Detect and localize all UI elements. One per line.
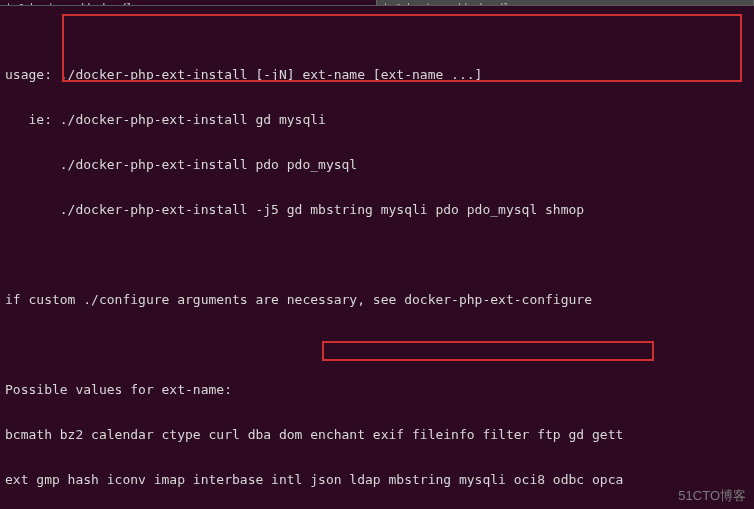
terminal-line	[5, 247, 749, 262]
terminal-output[interactable]: usage: ./docker-php-ext-install [-jN] ex…	[0, 6, 754, 509]
terminal-line: ./docker-php-ext-install pdo pdo_mysql	[5, 157, 749, 172]
terminal-line: usage: ./docker-php-ext-install [-jN] ex…	[5, 67, 749, 82]
terminal-line: bcmath bz2 calendar ctype curl dba dom e…	[5, 427, 749, 442]
terminal-line: if custom ./configure arguments are nece…	[5, 292, 749, 307]
terminal-line: ie: ./docker-php-ext-install gd mysqli	[5, 112, 749, 127]
terminal-line	[5, 337, 749, 352]
terminal-line: ./docker-php-ext-install -j5 gd mbstring…	[5, 202, 749, 217]
watermark: 51CTO博客	[678, 488, 746, 503]
terminal-tab-1[interactable]: ty@ubuntu: ~/docker/lnmp_compose	[0, 0, 377, 5]
terminal-line: Possible values for ext-name:	[5, 382, 749, 397]
terminal-line: ext gmp hash iconv imap interbase intl j…	[5, 472, 749, 487]
terminal-tab-2[interactable]: ty@ubuntu: ~/docker/lnmp_compose	[377, 0, 754, 5]
